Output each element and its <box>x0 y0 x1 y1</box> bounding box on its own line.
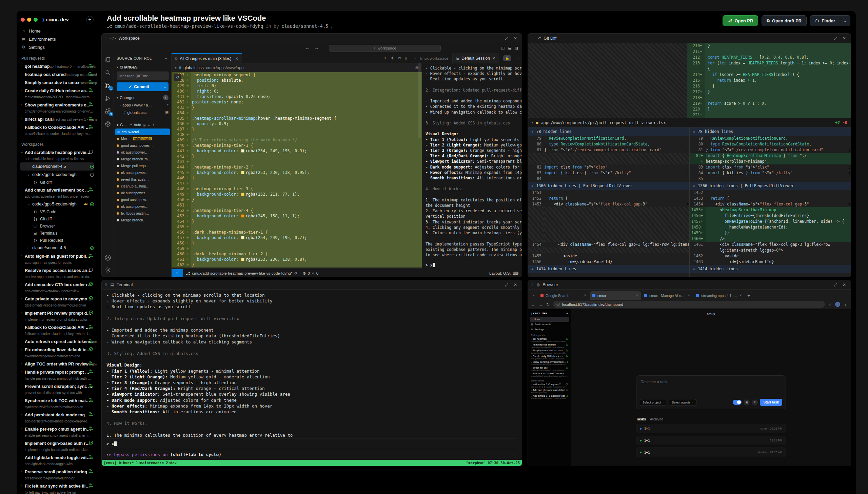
close-tab-icon[interactable]: ✕ <box>636 293 638 297</box>
hidden-lines-bar[interactable]: ✳78 hidden lines <box>690 128 851 136</box>
traffic-light-minimize[interactable] <box>27 18 31 22</box>
open-pr-button[interactable]: ⎇Open PR <box>722 15 758 26</box>
close-icon[interactable]: ✕ <box>841 36 847 41</box>
browser-tab[interactable]: cmux✕ <box>590 291 641 300</box>
reload-icon[interactable]: ↻ <box>546 302 549 307</box>
finder-button[interactable]: 🗀Finder <box>810 15 840 26</box>
site-info-icon[interactable]: ⓘ <box>556 302 560 307</box>
tree-file[interactable]: #globals.cssM <box>114 109 171 116</box>
revert-icon[interactable]: ⟲ <box>174 74 181 81</box>
more-icon[interactable]: ⋯ <box>412 56 416 60</box>
keyboard-layout[interactable]: Layout: U.S. <box>489 271 510 275</box>
hidden-lines-bar[interactable]: ✳1366 hidden lines | PullRequestDiffView… <box>690 182 851 190</box>
extensions-icon[interactable]: 3 <box>104 108 112 115</box>
workspace-item[interactable]: ›Synchronize left TOC with mai…synchroni… <box>20 396 94 411</box>
tasks-tab[interactable]: Tasks <box>636 417 646 421</box>
drag-handle-icon[interactable]: ⠿ <box>105 283 108 286</box>
mini-workspace-item[interactable]: ›Add simple 1+1 addition testadd-simple-… <box>529 394 569 400</box>
commit-item[interactable]: Merge branch… <box>114 217 171 224</box>
commit-item[interactable]: ok austinpower… <box>114 149 171 156</box>
workspace-item[interactable]: ›Enable per-repo cmux agent in…enable-pe… <box>20 425 94 439</box>
settings-gear-icon[interactable] <box>104 266 112 273</box>
layout-right-icon[interactable]: ◨ <box>515 46 518 50</box>
traffic-light-zoom[interactable] <box>34 18 38 22</box>
color-swatch[interactable] <box>241 236 245 240</box>
commit-message-input[interactable]: Message (⌘Ente… <box>117 72 169 80</box>
commit-item[interactable]: Mer…origin/main <box>114 135 171 142</box>
mini-pr-item[interactable]: ›heatmap oss sharedheatmap-oss-shared-0 … <box>529 343 569 348</box>
workspace-item[interactable]: ›Fallback to Codex/Claude API …fallback-… <box>20 323 94 337</box>
hidden-lines-bar[interactable]: ✳78 hidden lines <box>528 128 689 136</box>
start-task-button[interactable]: Start task <box>760 399 782 406</box>
expand-icon[interactable]: ⤢ <box>832 36 838 41</box>
mini-workspace-item[interactable]: ›add test for 1+1 equals 2add-test-for-1… <box>529 382 569 388</box>
account-icon[interactable] <box>104 254 112 261</box>
commit-item[interactable]: good austinpower… <box>114 142 171 149</box>
expand-icon[interactable]: ⤢ <box>832 282 838 287</box>
task-row[interactable]: 1+109:21 PM <box>636 436 786 445</box>
chatgpt-icon[interactable] <box>104 120 112 128</box>
pull-request-item[interactable]: ›Simplify cmux.dev to cmuxcursor/simplif… <box>20 78 94 87</box>
source-control-icon[interactable]: 1 <box>104 82 112 89</box>
hidden-lines-bar[interactable]: ✳1414 hidden lines <box>690 265 851 273</box>
mini-pr-item[interactable]: ›Show pending environment…cmux/show-pend… <box>529 360 569 366</box>
workspace-item[interactable]: ⌄Add scrollable heatmap previe…add-scrol… <box>20 148 94 163</box>
split-icon[interactable]: ◫ <box>405 56 408 60</box>
browser-tab[interactable]: cmux - Manage AI coding✕ <box>641 291 693 300</box>
tab-default-session[interactable]: ⬓ Default Session ✕ <box>452 53 499 63</box>
lock-icon[interactable]: 🔒 <box>503 55 511 61</box>
code-area[interactable]: 427+.heatmap-minimap-segment {428+ posit… <box>172 72 422 269</box>
workspace-agent-item[interactable]: ⌄codex/gpt-5-codex-high <box>20 171 94 179</box>
task-row[interactable]: 1+1cmux · 09:05 PM <box>636 424 786 433</box>
workspace-item[interactable]: ›Resolve repo access issues an…resolve-r… <box>20 266 94 280</box>
openai-icon[interactable]: ❋ <box>391 56 394 60</box>
mic-icon[interactable]: 🎙 <box>752 399 758 405</box>
pull-request-item[interactable]: ›Create daily GitHub release ac…feat-git… <box>20 87 94 101</box>
close-tab-icon[interactable]: ✕ <box>235 56 238 61</box>
terminal-prompt[interactable]: > x <box>422 262 522 268</box>
back-icon[interactable]: ← <box>305 45 310 51</box>
new-tab-button[interactable]: + <box>745 292 752 299</box>
mini-nav-settings[interactable]: ⚙Settings <box>529 327 569 332</box>
layout-sidebar-icon[interactable]: ◫ <box>501 46 504 50</box>
more-icon[interactable]: ⋯ <box>515 56 519 60</box>
forward-icon[interactable]: → <box>314 45 319 51</box>
tree-changes[interactable]: ▾Changes1 <box>114 94 171 101</box>
diff-right-column[interactable]: ✳78 hidden lines79 ReviewCompletionNotif… <box>690 128 851 277</box>
commit-item[interactable]: Merge branch 'm… <box>114 156 171 163</box>
diff-added-region[interactable]: 210+}211+212+const HEATMAP_TIERS = [0.2,… <box>687 43 851 118</box>
close-tab-icon[interactable]: ✕ <box>492 56 495 61</box>
push-icon[interactable]: ⇡ <box>152 123 155 127</box>
select-agents-button[interactable]: Select agents⌄ <box>669 399 696 406</box>
tab-all-changes[interactable]: ⧉ All Changes vs main (3 files)✕ <box>172 53 242 63</box>
status-branch[interactable]: ⎇cmux/add-scrollable-heatmap-preview-lik… <box>183 271 300 276</box>
task-row[interactable]: 1+1landing · 01:23 AM <box>636 448 786 457</box>
copy-path-icon[interactable]: ⧉ <box>416 65 419 70</box>
workspace-item[interactable]: ›Handle private repos: prompt …handle-pr… <box>20 368 94 382</box>
forward-icon[interactable]: → <box>539 302 543 307</box>
workspace-item[interactable]: ›Fix left nav sync with active fil…fix-l… <box>20 482 94 494</box>
commit-item[interactable]: ok austinpower… <box>114 190 171 196</box>
more-icon[interactable]: ⋯ <box>165 56 169 60</box>
task-input-card[interactable]: Describe a task Select project⌄ Select a… <box>636 375 786 409</box>
chevron-down-icon[interactable]: ⌄ <box>331 24 333 28</box>
workspace-agent-item[interactable]: ›claude/sonnet-4.5 <box>20 244 94 252</box>
open-draft-pr-button[interactable]: ⧉Open draft PR <box>761 15 807 26</box>
image-icon[interactable]: ▣ <box>744 399 750 405</box>
copy-icon[interactable]: ⧉ <box>398 56 401 60</box>
close-tab-icon[interactable]: ✕ <box>584 293 586 297</box>
workspace-item[interactable]: ›Add cmux.dev CTA box under r…add-cmux-d… <box>20 280 94 294</box>
chevron-down-icon[interactable]: ▾ <box>175 66 177 70</box>
close-icon[interactable]: ✕ <box>512 282 518 287</box>
color-swatch[interactable] <box>241 258 245 261</box>
mini-pr-item[interactable]: ›direct api calldirect-api-call-review-1… <box>529 366 569 372</box>
workspace-sub-item[interactable]: Git diff <box>20 215 94 223</box>
menu-icon[interactable]: ⋮ <box>844 302 847 306</box>
tab-tmux-workspace[interactable]: tmux workspace <box>420 56 448 60</box>
archived-tab[interactable]: Archived <box>650 417 663 421</box>
commit-item[interactable]: revert this austi… <box>114 176 171 183</box>
remote-indicator[interactable]: ⤫ <box>172 269 183 277</box>
browser-tab[interactable]: Google Search✕ <box>538 291 589 300</box>
status-problems[interactable]: ⊘0△0 <box>300 271 321 276</box>
commit-item[interactable]: fix itbugs austin… <box>114 210 171 217</box>
